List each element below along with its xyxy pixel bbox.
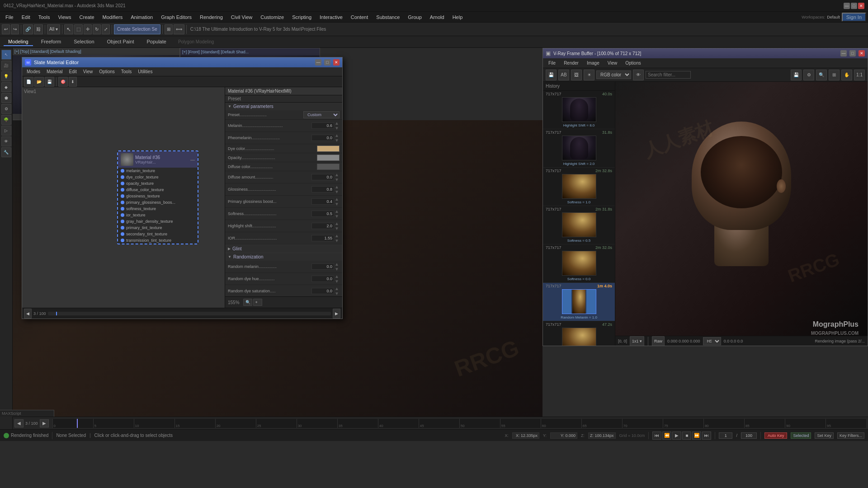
- select-region-button[interactable]: ⬚: [74, 24, 83, 34]
- ior-spinner[interactable]: ▲▼: [334, 233, 340, 243]
- vray-menu-render[interactable]: Render: [560, 60, 582, 66]
- diffuse-amount-spinner[interactable]: ▲▼: [334, 172, 340, 182]
- history-item-5[interactable]: 717x717 2m 32.0s Softness = 0.0: [543, 244, 615, 283]
- mirror-button[interactable]: ⟺: [174, 24, 184, 34]
- menu-animation[interactable]: Animation: [127, 14, 156, 21]
- current-frame-input[interactable]: [719, 432, 732, 439]
- vray-menu-view[interactable]: View: [604, 60, 621, 66]
- preset-dropdown[interactable]: Custom: [303, 111, 340, 118]
- auto-key-button[interactable]: Auto Key: [764, 432, 788, 439]
- vray-menu-image[interactable]: Image: [583, 60, 603, 66]
- slate-node-area[interactable]: View1 Material #36 VRayHair... — melanin…: [22, 87, 225, 308]
- melanin-spinner[interactable]: ▲▼: [334, 121, 340, 131]
- randomization-header[interactable]: ▼ Randomization: [225, 253, 342, 261]
- tab-populate[interactable]: Populate: [142, 38, 170, 46]
- lt-light[interactable]: 💡: [1, 71, 11, 81]
- sign-in-button[interactable]: Sign In: [842, 13, 866, 22]
- slate-pick-btn[interactable]: 🎯: [58, 77, 68, 87]
- slate-menu-edit[interactable]: Edit: [66, 69, 80, 75]
- lt-motion[interactable]: ▷: [1, 126, 11, 136]
- socket-glossiness[interactable]: glossiness_texture: [118, 193, 198, 199]
- go-start-btn[interactable]: ⏮: [652, 432, 661, 440]
- slate-save-btn[interactable]: 💾: [45, 77, 54, 87]
- socket-secondary-tint[interactable]: secondary_tint_texture: [118, 231, 198, 237]
- slate-minimize[interactable]: —: [315, 59, 321, 66]
- diffuse-amount-input[interactable]: [311, 174, 334, 180]
- menu-tools[interactable]: Tools: [35, 14, 54, 21]
- slate-next-frame[interactable]: ▶: [333, 309, 340, 319]
- slate-open-btn[interactable]: 📂: [34, 77, 44, 87]
- lt-geometry[interactable]: ◆: [1, 82, 11, 92]
- menu-customize[interactable]: Customize: [257, 14, 288, 21]
- glint-header[interactable]: ▶ Glint: [225, 245, 342, 253]
- menu-edit[interactable]: Edit: [18, 14, 34, 21]
- tl-next-btn[interactable]: ▶: [40, 419, 49, 427]
- highlight-shift-spinner[interactable]: ▲▼: [334, 221, 340, 231]
- bind-button[interactable]: ⛓: [34, 24, 43, 34]
- opacity-swatch[interactable]: [317, 155, 340, 161]
- rotate-button[interactable]: ↻: [93, 24, 101, 34]
- scale-button[interactable]: ⤢: [102, 24, 110, 34]
- slate-prev-frame[interactable]: ◀: [24, 309, 32, 319]
- minimize-button[interactable]: —: [844, 3, 850, 9]
- rand-melanin-spinner[interactable]: ▲▼: [334, 262, 340, 272]
- dye-color-swatch[interactable]: [317, 145, 340, 152]
- vray-lut-btn[interactable]: ☀: [584, 70, 594, 80]
- tab-freeform[interactable]: Freeform: [37, 38, 66, 46]
- node-collapse[interactable]: —: [190, 157, 195, 162]
- menu-file[interactable]: File: [2, 14, 17, 21]
- zoom-in-btn[interactable]: +: [253, 299, 262, 306]
- vray-save-img-btn[interactable]: 💾: [791, 70, 802, 80]
- vray-fit-btn[interactable]: ⊞: [829, 70, 840, 80]
- menu-create[interactable]: Create: [76, 14, 98, 21]
- vray-zoom-btn[interactable]: 🔍: [816, 70, 827, 80]
- undo-button[interactable]: ↩: [2, 24, 10, 34]
- vray-maximize[interactable]: □: [849, 50, 856, 56]
- slate-menu-options[interactable]: Options: [96, 69, 117, 75]
- primary-gloss-input[interactable]: [311, 198, 334, 205]
- tl-prev-btn[interactable]: ◀: [14, 419, 24, 427]
- material-node[interactable]: Material #36 VRayHair... — melanin_textu…: [117, 150, 198, 244]
- history-item-3[interactable]: 717x717 2m 32.8s Softness = 1.0: [543, 168, 615, 206]
- timeline-track[interactable]: 0 5 10 15 20 25 30 35 40 45 50 55 60 65 …: [52, 419, 866, 428]
- key-filters-button[interactable]: Key Filters...: [837, 432, 864, 439]
- socket-softness[interactable]: softness_texture: [118, 206, 198, 212]
- lt-hierarchy[interactable]: 🌳: [1, 115, 11, 125]
- socket-dye-color[interactable]: dye_color_texture: [118, 174, 198, 180]
- menu-rendering[interactable]: Rendering: [196, 14, 226, 21]
- vray-save-btn[interactable]: 💾: [546, 70, 557, 80]
- softness-input[interactable]: [311, 211, 334, 217]
- menu-graph-editors[interactable]: Graph Editors: [157, 14, 195, 21]
- socket-gray-hair[interactable]: gray_hair_density_texture: [118, 218, 198, 225]
- create-selection-button[interactable]: Create Selection Se: [114, 24, 160, 34]
- next-frame-btn[interactable]: ⏩: [692, 432, 701, 440]
- go-end-btn[interactable]: ⏭: [702, 432, 711, 440]
- vray-menu-file[interactable]: File: [545, 60, 559, 66]
- lt-utilities[interactable]: 🔧: [1, 147, 11, 157]
- ior-input[interactable]: [311, 235, 334, 241]
- vray-hsv-select[interactable]: HSV: [703, 337, 721, 345]
- socket-primary-tint[interactable]: primary_tint_texture: [118, 225, 198, 231]
- rand-dye-hue-spinner[interactable]: ▲▼: [334, 274, 340, 284]
- timeline-playhead[interactable]: [77, 419, 78, 428]
- maximize-button[interactable]: □: [851, 3, 857, 9]
- zoom-reset-btn[interactable]: 🔍: [243, 299, 252, 306]
- menu-views[interactable]: Views: [54, 14, 75, 21]
- socket-diffuse-color[interactable]: diffuse_color_texture: [118, 187, 198, 193]
- tab-modeling[interactable]: Modeling: [4, 38, 33, 46]
- select-button[interactable]: ↖: [64, 24, 73, 34]
- set-key-button[interactable]: Set Key: [815, 432, 834, 439]
- history-item-4[interactable]: 717x717 2m 31.8s Softness = 0.5: [543, 206, 615, 244]
- pheomelanin-input[interactable]: [311, 135, 334, 141]
- rand-melanin-input[interactable]: [311, 263, 334, 270]
- link-button[interactable]: 🔗: [23, 24, 33, 34]
- socket-primary-gloss[interactable]: primary_glossiness_boos...: [118, 199, 198, 206]
- highlight-shift-input[interactable]: [311, 223, 334, 229]
- menu-interactive[interactable]: Interactive: [316, 14, 346, 21]
- pheomelanin-spinner[interactable]: ▲▼: [334, 133, 340, 143]
- glossiness-spinner[interactable]: ▲▼: [334, 184, 340, 194]
- menu-arnold[interactable]: Arnold: [426, 14, 448, 21]
- vray-search-input[interactable]: [646, 71, 691, 79]
- tab-object-paint[interactable]: Object Paint: [103, 38, 139, 46]
- vray-pan-btn[interactable]: ✋: [841, 70, 852, 80]
